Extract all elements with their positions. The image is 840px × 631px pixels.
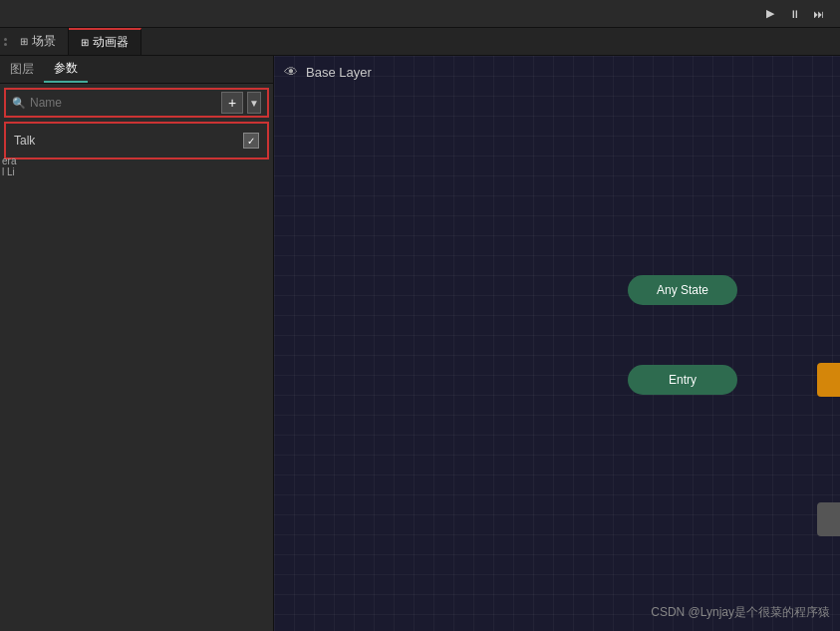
node-any-state[interactable]: Any State [628,275,737,305]
skip-button[interactable]: ⏭ [806,4,830,24]
node-talking[interactable]: talking [817,502,840,536]
add-param-button[interactable]: + [221,92,243,114]
canvas-area[interactable]: 👁 Base Layer [274,56,840,631]
breadcrumb: 👁 Base Layer [284,64,372,80]
sidebar-drag-handle[interactable] [0,28,8,55]
watermark: CSDN @Lynjay是个很菜的程序猿 [651,604,830,621]
pause-button[interactable]: ⏸ [782,4,806,24]
node-notalking[interactable]: Notalking [817,363,840,397]
tab-animator[interactable]: ⊞ 动画器 [69,28,141,55]
top-toolbar: ▶ ⏸ ⏭ [0,0,840,28]
grid-icon: ⊞ [20,36,28,47]
param-item-talk[interactable]: Talk ✓ [6,128,267,154]
param-check-talk[interactable]: ✓ [243,133,259,149]
tab-scene[interactable]: ⊞ 场景 [8,28,69,55]
param-name: Talk [14,134,243,148]
add-dropdown-button[interactable]: ▼ [247,92,261,114]
param-list: Talk ✓ [4,122,269,159]
animator-icon: ⊞ [81,37,89,48]
search-icon: 🔍 [12,97,26,110]
node-entry[interactable]: Entry [628,365,737,395]
breadcrumb-layer: Base Layer [306,65,372,80]
tab-bar: ⊞ 场景 ⊞ 动画器 [0,28,840,56]
eye-icon: 👁 [284,64,298,80]
camera-label-li: l Li [2,166,16,177]
play-button[interactable]: ▶ [758,4,782,24]
sidebar-tabs: 图层 参数 [0,56,273,84]
search-row: 🔍 + ▼ [4,88,269,118]
sidebar-tab-layers[interactable]: 图层 [0,56,44,83]
sidebar-tab-params[interactable]: 参数 [44,56,88,83]
search-input[interactable] [30,96,217,110]
sidebar: 图层 参数 🔍 + ▼ Talk ✓ era l Li [0,56,274,631]
main-layout: 图层 参数 🔍 + ▼ Talk ✓ era l Li [0,56,840,631]
